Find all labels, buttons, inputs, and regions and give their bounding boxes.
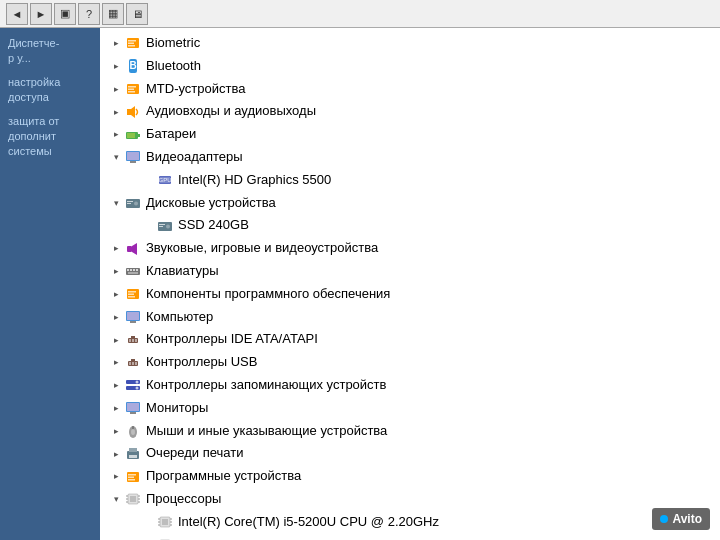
svg-point-21 (134, 201, 138, 205)
svg-rect-37 (128, 291, 136, 293)
tree-item-software[interactable]: ▸Компоненты программного обеспечения (100, 283, 720, 306)
tree-item-bluetooth[interactable]: ▸BBluetooth (100, 55, 720, 78)
tree-item-diskdevices[interactable]: ▾Дисковые устройства (100, 192, 720, 215)
svg-rect-9 (128, 91, 135, 93)
svg-rect-65 (129, 455, 137, 458)
chevron-ide: ▸ (108, 332, 124, 348)
svg-rect-69 (128, 479, 135, 481)
svg-rect-47 (135, 339, 137, 342)
svg-rect-79 (162, 519, 168, 525)
svg-rect-50 (129, 362, 131, 365)
tree-item-sound[interactable]: ▸Звуковые, игровые и видеоустройства (100, 237, 720, 260)
chevron-audio: ▸ (108, 104, 124, 120)
tree-item-cpu1[interactable]: Intel(R) Core(TM) i5-5200U CPU @ 2.20GHz (100, 511, 720, 534)
tree-item-cpu2[interactable]: Intel(R) Core(TM) i5-5200U CPU @ 2.20GHz (100, 534, 720, 540)
tree-item-mice[interactable]: ▸Мыши и иные указывающие устройства (100, 420, 720, 443)
tree-item-monitors[interactable]: ▸Мониторы (100, 397, 720, 420)
sidebar-item-dispatcher[interactable]: Диспетче-р у... (0, 32, 100, 71)
svg-rect-38 (128, 294, 134, 296)
icon-ide (124, 331, 142, 349)
icon-usb (124, 354, 142, 372)
tree-item-audio[interactable]: ▸Аудиовходы и аудиовыходы (100, 100, 720, 123)
icon-software (124, 285, 142, 303)
svg-rect-44 (131, 336, 135, 338)
tree-item-print-queue[interactable]: ▸Очереди печати (100, 442, 720, 465)
label-cpu1: Intel(R) Core(TM) i5-5200U CPU @ 2.20GHz (178, 512, 439, 533)
label-battery: Батареи (146, 124, 196, 145)
label-cpu2: Intel(R) Core(TM) i5-5200U CPU @ 2.20GHz (178, 535, 439, 540)
tree-item-intel-hd[interactable]: GPUIntel(R) HD Graphics 5500 (100, 169, 720, 192)
monitor-button[interactable]: 🖥 (126, 3, 148, 25)
svg-point-62 (131, 429, 135, 435)
svg-rect-16 (127, 152, 139, 160)
sidebar-item-settings[interactable]: настройкадоступа (0, 71, 100, 110)
tree-item-videoadapters[interactable]: ▾Видеоадаптеры (100, 146, 720, 169)
icon-diskdevices (124, 194, 142, 212)
help-button[interactable]: ? (78, 3, 100, 25)
svg-rect-12 (138, 134, 140, 137)
svg-point-25 (166, 224, 170, 228)
label-sound: Звуковые, игровые и видеоустройства (146, 238, 378, 259)
icon-processors (124, 490, 142, 508)
sidebar-item-protection[interactable]: защита отдополнитсистемы (0, 110, 100, 164)
chevron-bluetooth: ▸ (108, 58, 124, 74)
forward-button[interactable]: ► (30, 3, 52, 25)
icon-ssd (156, 217, 174, 235)
svg-marker-10 (127, 106, 135, 118)
icon-storage (124, 376, 142, 394)
icon-biometric (124, 34, 142, 52)
main-area: Диспетче-р у... настройкадоступа защита … (0, 28, 720, 540)
grid-button[interactable]: ▦ (102, 3, 124, 25)
avito-label: Avito (672, 512, 702, 526)
tree-item-battery[interactable]: ▸Батареи (100, 123, 720, 146)
icon-monitors (124, 399, 142, 417)
svg-rect-23 (127, 203, 131, 204)
icon-cpu2 (156, 536, 174, 540)
icon-computer (124, 308, 142, 326)
tree-item-processors[interactable]: ▾Процессоры (100, 488, 720, 511)
screenshot-wrapper: ◄ ► ▣ ? ▦ 🖥 Диспетче-р у... настройкадос… (0, 0, 720, 540)
label-intel-hd: Intel(R) HD Graphics 5500 (178, 170, 331, 191)
tree-item-keyboards[interactable]: ▸Клавиатуры (100, 260, 720, 283)
label-bluetooth: Bluetooth (146, 56, 201, 77)
svg-point-55 (136, 381, 139, 384)
chevron-mice: ▸ (108, 423, 124, 439)
svg-rect-15 (130, 161, 136, 163)
device-tree[interactable]: ▸Biometric▸BBluetooth▸MTD-устройства▸Ауд… (100, 28, 720, 540)
label-software: Компоненты программного обеспечения (146, 284, 390, 305)
chevron-battery: ▸ (108, 127, 124, 143)
svg-rect-26 (159, 224, 165, 225)
icon-videoadapters (124, 148, 142, 166)
svg-rect-33 (133, 269, 135, 271)
svg-point-56 (136, 387, 139, 390)
svg-rect-13 (127, 133, 135, 138)
tree-item-storage[interactable]: ▸Контроллеры запоминающих устройств (100, 374, 720, 397)
chevron-storage: ▸ (108, 377, 124, 393)
tree-item-usb[interactable]: ▸Контроллеры USB (100, 351, 720, 374)
view-button[interactable]: ▣ (54, 3, 76, 25)
label-usb: Контроллеры USB (146, 352, 257, 373)
avito-dot (660, 515, 668, 523)
svg-rect-67 (128, 474, 136, 476)
tree-item-computer[interactable]: ▸Компьютер (100, 306, 720, 329)
icon-audio (124, 103, 142, 121)
svg-rect-41 (130, 321, 136, 323)
tree-item-program-devices[interactable]: ▸Программные устройства (100, 465, 720, 488)
tree-item-mtd[interactable]: ▸MTD-устройства (100, 78, 720, 101)
svg-rect-52 (135, 362, 137, 365)
device-manager: ▸Biometric▸BBluetooth▸MTD-устройства▸Ауд… (100, 28, 720, 540)
label-computer: Компьютер (146, 307, 213, 328)
label-ssd: SSD 240GB (178, 215, 249, 236)
svg-rect-71 (130, 496, 136, 502)
svg-rect-2 (128, 43, 134, 45)
svg-rect-22 (127, 201, 133, 202)
label-mtd: MTD-устройства (146, 79, 245, 100)
tree-item-ide[interactable]: ▸Контроллеры IDE ATA/ATAPI (100, 328, 720, 351)
svg-rect-1 (128, 40, 136, 42)
tree-item-ssd[interactable]: SSD 240GB (100, 214, 720, 237)
back-button[interactable]: ◄ (6, 3, 28, 25)
svg-rect-32 (130, 269, 132, 271)
chevron-usb: ▸ (108, 355, 124, 371)
label-monitors: Мониторы (146, 398, 208, 419)
tree-item-biometric[interactable]: ▸Biometric (100, 32, 720, 55)
